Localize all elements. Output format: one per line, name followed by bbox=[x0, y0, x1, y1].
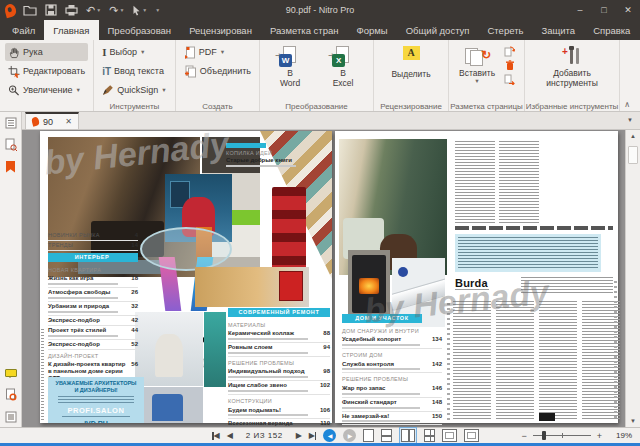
previous-page-button[interactable]: ◀ bbox=[227, 432, 233, 440]
minimize-button[interactable]: – bbox=[568, 0, 592, 20]
signatures-panel-icon[interactable] bbox=[4, 138, 18, 151]
word-icon: W bbox=[279, 54, 292, 67]
insert-dropdown-icon[interactable]: ▼ bbox=[474, 78, 479, 85]
create-pdf-button[interactable]: PDF▼ bbox=[181, 43, 254, 61]
menu-tab[interactable]: Файл bbox=[3, 20, 44, 40]
tab-list-dropdown-icon[interactable]: ▼ bbox=[627, 117, 633, 123]
ribbon-tab-bar: Файл Главная Преобразован Рецензирован Р… bbox=[0, 20, 640, 40]
combine-button[interactable]: Объединить bbox=[181, 62, 254, 80]
undo-button[interactable]: ↶▼ bbox=[86, 5, 101, 16]
redo-button[interactable]: ↷▼ bbox=[109, 5, 124, 16]
menu-tab[interactable]: Стереть bbox=[479, 20, 533, 40]
zoom-slider-thumb[interactable] bbox=[542, 431, 546, 440]
pages-panel-icon[interactable] bbox=[4, 116, 18, 129]
photo-ceiling-work bbox=[135, 312, 203, 386]
scroll-down-icon[interactable]: ▼ bbox=[626, 418, 640, 424]
menu-tab[interactable]: Защита bbox=[532, 20, 584, 40]
vertical-scrollbar[interactable]: ▲ ▼ bbox=[625, 130, 640, 427]
highlight-button[interactable]: A Выделить bbox=[386, 43, 436, 99]
menu-tab[interactable]: Главная bbox=[44, 20, 98, 40]
open-file-button[interactable] bbox=[23, 5, 37, 16]
close-document-icon[interactable]: ✕ bbox=[65, 117, 72, 126]
attachments-panel-icon[interactable] bbox=[4, 388, 18, 401]
add-tools-button[interactable]: + Добавить инструменты bbox=[541, 43, 603, 99]
zoom-button[interactable]: Увеличение▼ bbox=[5, 81, 88, 99]
edit-button[interactable]: Редактировать bbox=[5, 62, 88, 80]
zoom-in-button[interactable]: + bbox=[597, 431, 602, 441]
toc-row: СТРОИМ ДОМ bbox=[342, 349, 442, 359]
to-excel-button[interactable]: ➜X В Excel bbox=[318, 43, 368, 99]
select-text-button[interactable]: I Выбор▼ bbox=[99, 43, 169, 61]
page-indicator[interactable]: 2 ИЗ 152 bbox=[240, 431, 289, 440]
rotate-pages-button[interactable] bbox=[503, 45, 516, 57]
grid-view-button[interactable] bbox=[424, 429, 435, 442]
menu-tab[interactable]: Справка bbox=[584, 20, 639, 40]
select-dropdown-icon[interactable]: ▼ bbox=[142, 8, 147, 13]
close-button[interactable]: ✕ bbox=[616, 0, 640, 20]
insert-pages-button[interactable]: ↻ Вставить ▼ bbox=[454, 43, 500, 99]
first-page-button[interactable]: ◀ bbox=[212, 432, 220, 440]
undo-dropdown-icon[interactable]: ▼ bbox=[96, 8, 101, 13]
menu-tab[interactable]: Общий доступ bbox=[397, 20, 479, 40]
menu-tab[interactable]: Преобразован bbox=[99, 20, 181, 40]
history-forward-button[interactable]: ▶ bbox=[343, 429, 356, 442]
document-tab[interactable]: 90 ✕ bbox=[25, 112, 79, 130]
toc-row: НОВАЯ КВАРТИРА bbox=[48, 264, 138, 274]
collapse-ribbon-icon[interactable]: ∧ bbox=[624, 100, 640, 111]
comments-panel-icon[interactable] bbox=[4, 366, 18, 379]
magazine-left-page: КОПИЛКА ИДЕЙ Старые добрые книги НОВИНКИ… bbox=[40, 131, 332, 423]
fit-width-button[interactable] bbox=[464, 429, 479, 442]
promo-line1: УВАЖАЕМЫЕ АРХИТЕКТОРЫ bbox=[48, 380, 144, 387]
next-page-button[interactable]: ▶ bbox=[296, 432, 302, 440]
to-word-button[interactable]: ➜W В Word bbox=[265, 43, 315, 99]
fit-page-button[interactable] bbox=[442, 429, 457, 442]
menu-tab[interactable]: Формы bbox=[348, 20, 397, 40]
select-dropdown-icon[interactable]: ▼ bbox=[140, 49, 145, 55]
toc-row: ТРЕНДЫ14 bbox=[48, 241, 138, 251]
select-tool-button[interactable]: ▼ bbox=[132, 5, 147, 16]
toc-row: Ищем слабое звено102 bbox=[228, 381, 330, 395]
hand-tool-button[interactable]: Рука bbox=[5, 43, 88, 61]
ibeam-icon: I bbox=[102, 46, 106, 58]
toc-row: Усадебный колорит134 bbox=[342, 335, 442, 349]
history-back-button[interactable]: ◀ bbox=[323, 429, 336, 442]
toc-row: НОВИНКИ РЫНКА4 bbox=[48, 231, 138, 241]
quick-access-customize-icon[interactable]: ▼ bbox=[155, 8, 160, 13]
document-tab-label: 90 bbox=[43, 117, 53, 127]
delete-pages-button[interactable] bbox=[503, 59, 516, 71]
toc-row: ДИЗАЙН-ПРОЕКТ bbox=[48, 350, 138, 360]
quicksign-button[interactable]: QuickSign▼ bbox=[99, 81, 169, 99]
redo-dropdown-icon[interactable]: ▼ bbox=[119, 8, 124, 13]
zoom-level[interactable]: 19% bbox=[608, 431, 632, 440]
toc-row: КОНСТРУКЦИИ bbox=[228, 395, 330, 405]
print-button[interactable] bbox=[65, 4, 78, 16]
photo-worker bbox=[135, 387, 203, 423]
nitro-doc-icon bbox=[31, 116, 40, 127]
single-page-view-button[interactable] bbox=[363, 429, 374, 442]
menu-tab[interactable]: Рецензирован bbox=[180, 20, 261, 40]
scroll-up-icon[interactable]: ▲ bbox=[626, 133, 640, 139]
menu-tab[interactable]: Разметка стран bbox=[261, 20, 348, 40]
pdf-dropdown-icon[interactable]: ▼ bbox=[220, 49, 225, 55]
nitro-logo-icon bbox=[4, 2, 18, 17]
continuous-view-button[interactable] bbox=[381, 429, 392, 442]
scrollbar-thumb[interactable] bbox=[628, 146, 638, 164]
toc-row: Ровным слоем94 bbox=[228, 343, 330, 357]
zoom-dropdown-icon[interactable]: ▼ bbox=[76, 87, 81, 93]
quicksign-dropdown-icon[interactable]: ▼ bbox=[161, 87, 166, 93]
promo-line2: И ДИЗАЙНЕРЫ! bbox=[48, 387, 144, 394]
bookmarks-panel-icon[interactable] bbox=[4, 160, 18, 173]
ribbon-group-tools: I Выбор▼ iT Ввод текста QuickSign▼ Инстр… bbox=[94, 40, 175, 111]
masthead-column bbox=[496, 301, 534, 421]
zoom-out-button[interactable]: − bbox=[521, 431, 526, 441]
zoom-slider[interactable] bbox=[533, 435, 591, 436]
type-text-button[interactable]: iT Ввод текста bbox=[99, 62, 169, 80]
maximize-button[interactable]: □ bbox=[592, 0, 616, 20]
facing-view-button[interactable] bbox=[399, 427, 417, 444]
save-button[interactable] bbox=[45, 4, 57, 16]
output-preview-panel-icon[interactable] bbox=[4, 410, 18, 423]
group-label-review: Рецензирование bbox=[374, 102, 448, 111]
status-bar: ◀ ◀ 2 ИЗ 152 ▶ ▶ ◀ ▶ − + 19% bbox=[0, 427, 640, 443]
last-page-button[interactable]: ▶ bbox=[309, 432, 317, 440]
extract-pages-button[interactable] bbox=[503, 73, 516, 85]
